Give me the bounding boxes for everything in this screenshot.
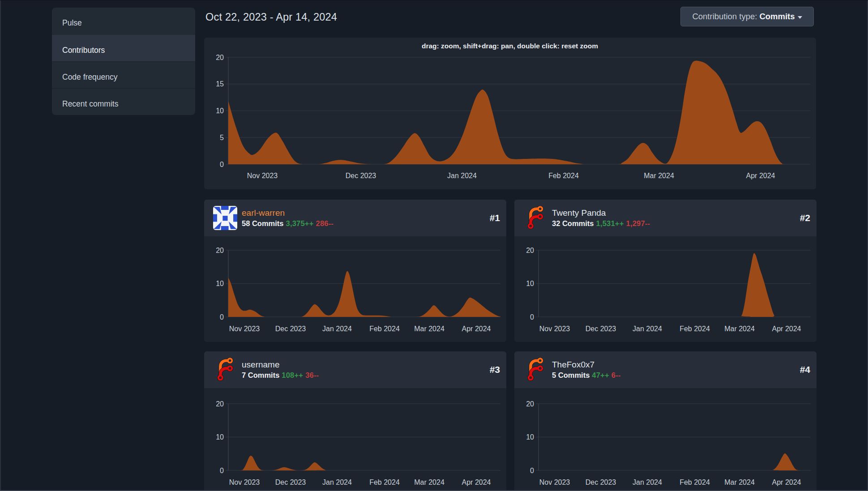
svg-text:20: 20: [216, 54, 224, 61]
svg-text:Apr 2024: Apr 2024: [462, 325, 491, 333]
svg-text:Mar 2024: Mar 2024: [724, 325, 755, 333]
svg-text:Nov 2023: Nov 2023: [229, 325, 260, 333]
svg-text:Nov 2023: Nov 2023: [229, 478, 260, 486]
svg-text:Apr 2024: Apr 2024: [772, 325, 801, 333]
svg-text:Nov 2023: Nov 2023: [539, 478, 570, 486]
svg-text:Feb 2024: Feb 2024: [548, 172, 579, 179]
svg-text:Feb 2024: Feb 2024: [369, 478, 400, 486]
svg-text:Mar 2024: Mar 2024: [414, 478, 445, 486]
svg-text:10: 10: [526, 433, 534, 441]
svg-text:10: 10: [216, 280, 224, 287]
svg-text:0: 0: [530, 467, 534, 474]
svg-text:Dec 2023: Dec 2023: [275, 325, 306, 333]
svg-text:0: 0: [220, 467, 224, 474]
svg-text:Mar 2024: Mar 2024: [724, 478, 755, 486]
svg-text:0: 0: [530, 313, 534, 321]
svg-text:0: 0: [220, 161, 224, 168]
svg-text:Dec 2023: Dec 2023: [586, 478, 616, 486]
svg-text:Mar 2024: Mar 2024: [644, 172, 674, 179]
svg-text:Jan 2024: Jan 2024: [322, 478, 352, 486]
svg-text:15: 15: [216, 80, 224, 88]
svg-text:0: 0: [220, 313, 224, 321]
svg-text:Dec 2023: Dec 2023: [275, 478, 306, 486]
svg-text:Apr 2024: Apr 2024: [772, 478, 801, 486]
svg-text:Nov 2023: Nov 2023: [539, 325, 570, 333]
svg-text:Jan 2024: Jan 2024: [633, 325, 662, 333]
svg-text:Nov 2023: Nov 2023: [247, 172, 278, 179]
svg-text:20: 20: [216, 400, 224, 408]
svg-text:Jan 2024: Jan 2024: [322, 325, 352, 333]
svg-text:Apr 2024: Apr 2024: [746, 172, 775, 179]
svg-text:Apr 2024: Apr 2024: [462, 478, 491, 486]
svg-text:5: 5: [220, 134, 224, 141]
svg-text:Feb 2024: Feb 2024: [680, 325, 710, 333]
svg-text:Feb 2024: Feb 2024: [680, 478, 710, 486]
svg-text:Mar 2024: Mar 2024: [414, 325, 445, 333]
svg-text:10: 10: [526, 280, 534, 287]
svg-text:Jan 2024: Jan 2024: [447, 172, 477, 179]
svg-text:10: 10: [216, 433, 224, 441]
svg-text:20: 20: [216, 247, 224, 254]
svg-text:20: 20: [526, 400, 534, 408]
svg-text:20: 20: [526, 247, 534, 254]
svg-text:Jan 2024: Jan 2024: [633, 478, 662, 486]
svg-text:10: 10: [216, 107, 224, 115]
svg-text:Dec 2023: Dec 2023: [586, 325, 616, 333]
svg-text:Dec 2023: Dec 2023: [346, 172, 376, 179]
svg-text:Feb 2024: Feb 2024: [369, 325, 400, 333]
svg-text:drag: zoom, shift+drag: pan, d: drag: zoom, shift+drag: pan, double clic…: [422, 42, 598, 50]
